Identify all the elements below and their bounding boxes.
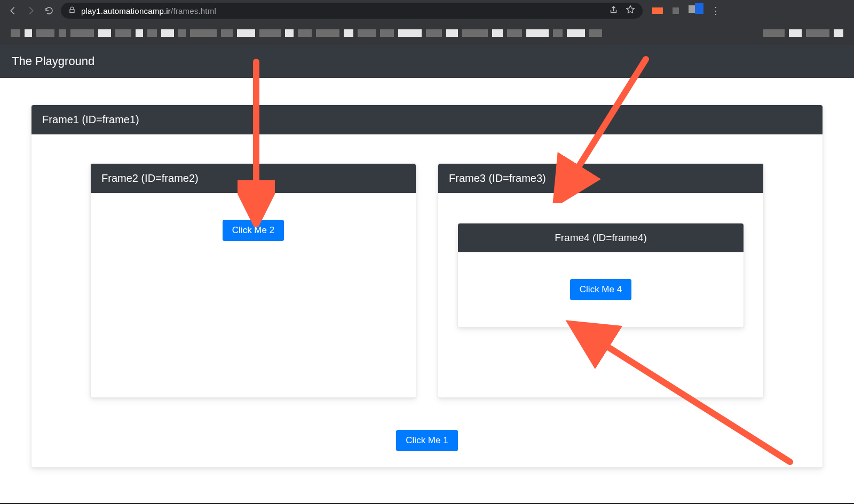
bookmark-item[interactable]	[59, 29, 66, 37]
bookmark-item[interactable]	[763, 29, 785, 37]
bookmark-item[interactable]	[298, 29, 312, 37]
frame1-header: Frame1 (ID=frame1)	[31, 105, 823, 134]
bookmark-item[interactable]	[492, 29, 503, 37]
bookmarks-bar	[0, 21, 854, 45]
bookmark-item[interactable]	[136, 29, 143, 37]
bookmark-item[interactable]	[11, 29, 20, 37]
bookmark-item[interactable]	[70, 29, 94, 37]
bookmark-item[interactable]	[259, 29, 281, 37]
page-title[interactable]: The Playground	[12, 54, 94, 68]
frame2-card: Frame2 (ID=frame2) Click Me 2	[90, 163, 416, 398]
frame2-body: Click Me 2	[91, 193, 416, 257]
bookmark-item[interactable]	[380, 29, 394, 37]
page-navbar: The Playground	[0, 45, 854, 78]
bookmark-item[interactable]	[25, 29, 32, 37]
frame4-header: Frame4 (ID=frame4)	[458, 223, 744, 252]
frame1-card: Frame1 (ID=frame1) Frame2 (ID=frame2) Cl…	[31, 105, 823, 468]
toolbar-extensions: ⋮	[648, 4, 725, 17]
frame1-footer: Click Me 1	[31, 419, 823, 467]
bookmark-item[interactable]	[344, 29, 353, 37]
bookmark-item[interactable]	[567, 29, 585, 37]
frame2-header: Frame2 (ID=frame2)	[91, 164, 416, 193]
forward-button[interactable]	[25, 4, 37, 17]
frame4-body: Click Me 4	[458, 252, 744, 327]
frame1-body: Frame2 (ID=frame2) Click Me 2 Frame3 (ID…	[31, 134, 823, 419]
extension-icon-3[interactable]	[689, 4, 701, 17]
bookmark-item[interactable]	[316, 29, 339, 37]
url-path: /frames.html	[171, 6, 216, 15]
bookmark-item[interactable]	[285, 29, 294, 37]
bookmark-item[interactable]	[462, 29, 488, 37]
share-icon[interactable]	[609, 5, 618, 17]
frame3-card: Frame3 (ID=frame3) Frame4 (ID=frame4) Cl…	[438, 163, 764, 398]
bookmark-item[interactable]	[446, 29, 458, 37]
bookmark-item[interactable]	[553, 29, 563, 37]
browser-menu-icon[interactable]: ⋮	[711, 5, 721, 17]
browser-toolbar: play1.automationcamp.ir/frames.html ⋮	[0, 0, 854, 21]
url-host: play1.automationcamp.ir	[81, 6, 171, 15]
bookmark-item[interactable]	[36, 29, 54, 37]
click-me-1-button[interactable]: Click Me 1	[396, 430, 457, 451]
bookmark-item[interactable]	[806, 29, 829, 37]
bookmark-item[interactable]	[507, 29, 522, 37]
bookmark-item[interactable]	[221, 29, 233, 37]
click-me-4-button[interactable]: Click Me 4	[570, 279, 631, 300]
bookmark-item[interactable]	[178, 29, 186, 37]
bookmark-item[interactable]	[834, 29, 843, 37]
bookmark-item[interactable]	[237, 29, 255, 37]
bookmark-item[interactable]	[115, 29, 131, 37]
address-bar[interactable]: play1.automationcamp.ir/frames.html	[61, 3, 643, 19]
bookmark-item[interactable]	[161, 29, 174, 37]
bookmark-star-icon[interactable]	[626, 5, 635, 17]
frame3-body: Frame4 (ID=frame4) Click Me 4	[438, 193, 763, 343]
click-me-2-button[interactable]: Click Me 2	[223, 220, 284, 241]
bookmark-item[interactable]	[190, 29, 217, 37]
bookmark-item[interactable]	[147, 29, 157, 37]
bookmark-item[interactable]	[98, 29, 111, 37]
reload-button[interactable]	[43, 4, 56, 17]
bookmark-item[interactable]	[789, 29, 802, 37]
bookmark-item[interactable]	[398, 29, 422, 37]
bookmark-item[interactable]	[426, 29, 442, 37]
lock-icon	[68, 6, 76, 15]
frame3-header: Frame3 (ID=frame3)	[438, 164, 763, 193]
bookmark-item[interactable]	[358, 29, 376, 37]
extension-icon-2[interactable]	[673, 7, 679, 14]
address-bar-actions	[609, 5, 635, 17]
frame4-card: Frame4 (ID=frame4) Click Me 4	[457, 223, 744, 327]
bookmark-item[interactable]	[526, 29, 549, 37]
back-button[interactable]	[6, 4, 19, 17]
page-content: Frame1 (ID=frame1) Frame2 (ID=frame2) Cl…	[0, 78, 854, 503]
bookmark-item[interactable]	[589, 29, 602, 37]
url-text: play1.automationcamp.ir/frames.html	[81, 6, 216, 15]
extension-icon-1[interactable]	[652, 7, 663, 14]
